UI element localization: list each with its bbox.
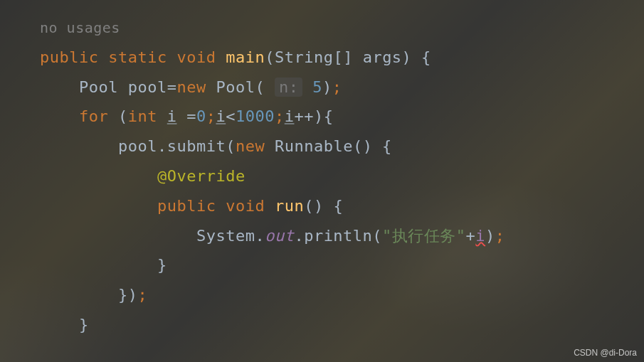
semicolon: ; bbox=[332, 78, 342, 96]
usages-hint: no usages bbox=[40, 19, 120, 36]
method-main: main bbox=[226, 48, 265, 66]
literal-0: 0 bbox=[196, 107, 206, 125]
op-plus: + bbox=[466, 227, 476, 245]
literal-5: 5 bbox=[312, 78, 322, 96]
op-eq: = bbox=[176, 107, 196, 125]
var-i: i bbox=[167, 107, 177, 125]
annotation-override: @Override bbox=[157, 167, 246, 185]
op-lt: < bbox=[226, 107, 236, 125]
keyword-public: public bbox=[157, 197, 216, 215]
var-i: i bbox=[285, 107, 295, 125]
field-out: out bbox=[265, 227, 294, 245]
paren-close: ) bbox=[485, 227, 495, 245]
call-println: .println( bbox=[294, 227, 382, 245]
keyword-static: static bbox=[108, 48, 167, 66]
params: (String[] args) { bbox=[265, 48, 431, 66]
keyword-new: new bbox=[236, 137, 265, 155]
system-class: System. bbox=[196, 227, 265, 245]
semicolon: ; bbox=[495, 227, 505, 245]
paren-close: ) bbox=[322, 78, 332, 96]
semicolon: ; bbox=[206, 107, 216, 125]
keyword-int: int bbox=[128, 107, 157, 125]
brace-close: } bbox=[79, 316, 89, 334]
string-literal: "执行任务" bbox=[382, 227, 466, 245]
paren-open: ( bbox=[108, 107, 128, 125]
var-i: i bbox=[216, 107, 226, 125]
keyword-void: void bbox=[226, 197, 265, 215]
semicolon: ; bbox=[137, 286, 147, 304]
method-run: run bbox=[275, 197, 304, 215]
param-hint-n: n: bbox=[275, 78, 303, 97]
keyword-void: void bbox=[176, 48, 216, 66]
ctor-pool: Pool( bbox=[216, 78, 265, 96]
type-pool: Pool bbox=[79, 78, 118, 96]
semicolon: ; bbox=[275, 107, 285, 125]
runnable: Runnable() { bbox=[275, 137, 392, 155]
code-editor[interactable]: no usages public static void main(String… bbox=[0, 0, 644, 362]
op-inc: ++){ bbox=[294, 107, 333, 125]
code-block[interactable]: no usages public static void main(String… bbox=[0, 13, 644, 340]
keyword-public: public bbox=[40, 48, 98, 66]
call-submit: pool.submit( bbox=[118, 137, 236, 155]
literal-1000: 1000 bbox=[236, 107, 275, 125]
keyword-new: new bbox=[176, 78, 206, 96]
watermark: CSDN @di-Dora bbox=[574, 348, 637, 358]
var-pool: pool= bbox=[128, 78, 177, 96]
var-i-warn: i bbox=[475, 227, 485, 245]
keyword-for: for bbox=[79, 107, 108, 125]
parens: () { bbox=[304, 197, 343, 215]
brace-close: }) bbox=[118, 286, 138, 304]
brace-close: } bbox=[157, 256, 167, 274]
